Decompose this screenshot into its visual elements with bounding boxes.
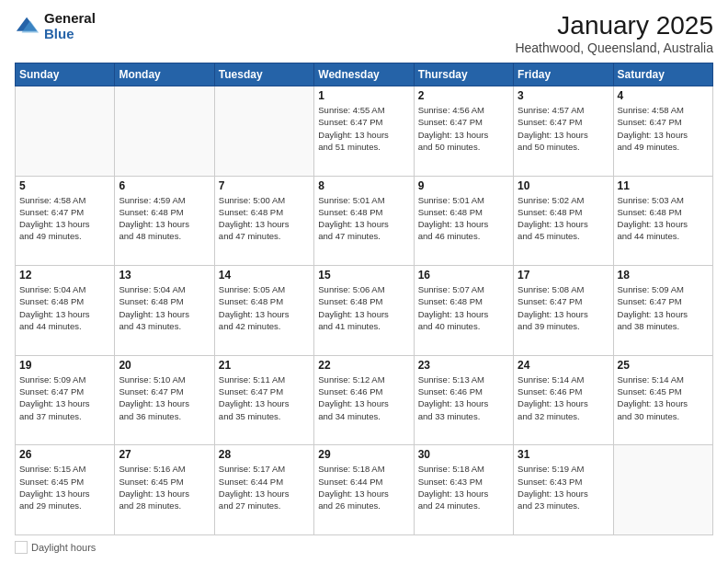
calendar-cell: 9Sunrise: 5:01 AM Sunset: 6:48 PM Daylig… [414, 176, 513, 266]
day-number: 8 [318, 179, 409, 192]
calendar-cell: 27Sunrise: 5:16 AM Sunset: 6:45 PM Dayli… [115, 445, 214, 535]
calendar-header-monday: Monday [115, 63, 214, 86]
day-number: 6 [119, 179, 210, 192]
calendar-cell: 24Sunrise: 5:14 AM Sunset: 6:46 PM Dayli… [514, 355, 613, 445]
logo: General Blue [15, 11, 96, 41]
calendar-cell: 22Sunrise: 5:12 AM Sunset: 6:46 PM Dayli… [314, 355, 414, 445]
day-number: 22 [318, 359, 409, 372]
calendar-cell [115, 86, 214, 177]
day-number: 19 [19, 359, 110, 372]
calendar-cell: 5Sunrise: 4:58 AM Sunset: 6:47 PM Daylig… [16, 176, 115, 266]
legend-box-daylight [15, 541, 28, 554]
day-info: Sunrise: 5:01 AM Sunset: 6:48 PM Dayligh… [318, 194, 409, 243]
day-info: Sunrise: 5:06 AM Sunset: 6:48 PM Dayligh… [318, 283, 409, 332]
day-number: 7 [219, 179, 310, 192]
calendar-week-4: 19Sunrise: 5:09 AM Sunset: 6:47 PM Dayli… [16, 355, 713, 445]
calendar-cell [613, 445, 712, 535]
calendar-week-3: 12Sunrise: 5:04 AM Sunset: 6:48 PM Dayli… [16, 266, 713, 356]
day-info: Sunrise: 5:04 AM Sunset: 6:48 PM Dayligh… [119, 283, 210, 332]
logo-icon [15, 14, 40, 40]
calendar-cell: 20Sunrise: 5:10 AM Sunset: 6:47 PM Dayli… [115, 355, 214, 445]
day-info: Sunrise: 5:11 AM Sunset: 6:47 PM Dayligh… [219, 373, 310, 422]
day-number: 5 [19, 179, 110, 192]
title-block: January 2025 Heathwood, Queensland, Aust… [515, 11, 713, 55]
day-info: Sunrise: 5:14 AM Sunset: 6:45 PM Dayligh… [618, 373, 709, 422]
day-info: Sunrise: 5:15 AM Sunset: 6:45 PM Dayligh… [19, 463, 110, 511]
day-info: Sunrise: 5:18 AM Sunset: 6:43 PM Dayligh… [418, 463, 509, 511]
calendar-header-sunday: Sunday [16, 63, 115, 86]
day-number: 31 [518, 448, 609, 461]
day-info: Sunrise: 4:59 AM Sunset: 6:48 PM Dayligh… [119, 194, 210, 243]
day-number: 17 [518, 269, 609, 282]
day-info: Sunrise: 5:04 AM Sunset: 6:48 PM Dayligh… [19, 283, 110, 332]
day-info: Sunrise: 5:18 AM Sunset: 6:44 PM Dayligh… [318, 463, 409, 511]
calendar-cell: 7Sunrise: 5:00 AM Sunset: 6:48 PM Daylig… [214, 176, 313, 266]
calendar-cell: 25Sunrise: 5:14 AM Sunset: 6:45 PM Dayli… [613, 355, 712, 445]
day-number: 12 [19, 269, 110, 282]
day-number: 26 [19, 448, 110, 461]
logo-general-text: General [44, 11, 96, 27]
day-number: 11 [618, 179, 709, 192]
logo-text: General Blue [44, 11, 96, 41]
calendar-table: SundayMondayTuesdayWednesdayThursdayFrid… [15, 63, 713, 535]
day-number: 28 [219, 448, 310, 461]
day-info: Sunrise: 5:01 AM Sunset: 6:48 PM Dayligh… [418, 194, 509, 243]
calendar-cell: 21Sunrise: 5:11 AM Sunset: 6:47 PM Dayli… [214, 355, 313, 445]
day-info: Sunrise: 5:17 AM Sunset: 6:44 PM Dayligh… [219, 463, 310, 511]
day-number: 9 [418, 179, 509, 192]
calendar-cell: 15Sunrise: 5:06 AM Sunset: 6:48 PM Dayli… [314, 266, 414, 356]
day-info: Sunrise: 4:58 AM Sunset: 6:47 PM Dayligh… [618, 104, 709, 153]
day-number: 21 [219, 359, 310, 372]
calendar-header-thursday: Thursday [414, 63, 513, 86]
day-number: 3 [518, 89, 609, 102]
day-number: 23 [418, 359, 509, 372]
calendar-cell: 12Sunrise: 5:04 AM Sunset: 6:48 PM Dayli… [16, 266, 115, 356]
day-info: Sunrise: 5:07 AM Sunset: 6:48 PM Dayligh… [418, 283, 509, 332]
calendar-cell: 31Sunrise: 5:19 AM Sunset: 6:43 PM Dayli… [514, 445, 613, 535]
day-info: Sunrise: 5:00 AM Sunset: 6:48 PM Dayligh… [219, 194, 310, 243]
day-number: 25 [618, 359, 709, 372]
page-container: General Blue January 2025 Heathwood, Que… [0, 0, 728, 563]
day-number: 10 [518, 179, 609, 192]
calendar-cell: 3Sunrise: 4:57 AM Sunset: 6:47 PM Daylig… [514, 86, 613, 177]
calendar-header-row: SundayMondayTuesdayWednesdayThursdayFrid… [16, 63, 713, 86]
day-number: 1 [318, 89, 409, 102]
day-info: Sunrise: 5:16 AM Sunset: 6:45 PM Dayligh… [119, 463, 210, 511]
calendar-header-saturday: Saturday [613, 63, 712, 86]
day-number: 18 [618, 269, 709, 282]
day-number: 16 [418, 269, 509, 282]
legend-daylight-label: Daylight hours [31, 542, 96, 553]
day-number: 13 [119, 269, 210, 282]
calendar-cell: 14Sunrise: 5:05 AM Sunset: 6:48 PM Dayli… [214, 266, 313, 356]
legend-item-daylight: Daylight hours [15, 541, 96, 554]
calendar-cell: 13Sunrise: 5:04 AM Sunset: 6:48 PM Dayli… [115, 266, 214, 356]
month-title: January 2025 [515, 11, 713, 40]
calendar-week-1: 1Sunrise: 4:55 AM Sunset: 6:47 PM Daylig… [16, 86, 713, 177]
day-number: 4 [618, 89, 709, 102]
legend: Daylight hours [15, 541, 713, 554]
calendar-cell: 8Sunrise: 5:01 AM Sunset: 6:48 PM Daylig… [314, 176, 414, 266]
calendar-cell: 26Sunrise: 5:15 AM Sunset: 6:45 PM Dayli… [16, 445, 115, 535]
calendar-cell: 30Sunrise: 5:18 AM Sunset: 6:43 PM Dayli… [414, 445, 513, 535]
calendar-cell: 18Sunrise: 5:09 AM Sunset: 6:47 PM Dayli… [613, 266, 712, 356]
calendar-header-tuesday: Tuesday [214, 63, 313, 86]
calendar-cell [214, 86, 313, 177]
calendar-cell: 17Sunrise: 5:08 AM Sunset: 6:47 PM Dayli… [514, 266, 613, 356]
calendar-week-5: 26Sunrise: 5:15 AM Sunset: 6:45 PM Dayli… [16, 445, 713, 535]
calendar-cell: 10Sunrise: 5:02 AM Sunset: 6:48 PM Dayli… [514, 176, 613, 266]
calendar-cell: 2Sunrise: 4:56 AM Sunset: 6:47 PM Daylig… [414, 86, 513, 177]
day-number: 2 [418, 89, 509, 102]
day-info: Sunrise: 4:58 AM Sunset: 6:47 PM Dayligh… [19, 194, 110, 243]
calendar-cell: 23Sunrise: 5:13 AM Sunset: 6:46 PM Dayli… [414, 355, 513, 445]
calendar-header-wednesday: Wednesday [314, 63, 414, 86]
day-number: 14 [219, 269, 310, 282]
day-info: Sunrise: 5:10 AM Sunset: 6:47 PM Dayligh… [119, 373, 210, 422]
day-info: Sunrise: 4:56 AM Sunset: 6:47 PM Dayligh… [418, 104, 509, 153]
day-info: Sunrise: 5:08 AM Sunset: 6:47 PM Dayligh… [518, 283, 609, 332]
logo-blue-text: Blue [44, 27, 96, 42]
calendar-cell: 19Sunrise: 5:09 AM Sunset: 6:47 PM Dayli… [16, 355, 115, 445]
calendar-cell [16, 86, 115, 177]
day-info: Sunrise: 4:57 AM Sunset: 6:47 PM Dayligh… [518, 104, 609, 153]
calendar-header-friday: Friday [514, 63, 613, 86]
day-info: Sunrise: 4:55 AM Sunset: 6:47 PM Dayligh… [318, 104, 409, 153]
